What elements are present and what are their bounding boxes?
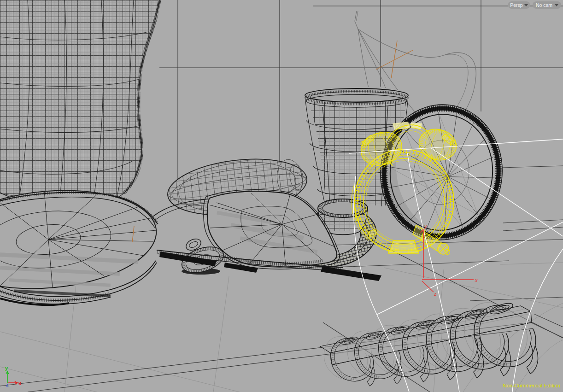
gizmo-y-label: y xyxy=(5,365,8,371)
viewport-header-controls: Persp No cam xyxy=(508,1,562,9)
view-selector-label: Persp xyxy=(510,2,523,8)
selected-curve-segments xyxy=(376,41,413,78)
workplane-x-label: x xyxy=(475,277,478,283)
non-commercial-watermark: Non-Commercial Edition xyxy=(503,383,560,388)
sunglasses-left-lens[interactable] xyxy=(0,182,160,305)
camera-selector-button[interactable]: No cam xyxy=(533,1,561,9)
camera-selector-label: No cam xyxy=(536,2,552,8)
workplane-z-label: z xyxy=(434,291,437,297)
view-selector-button[interactable]: Persp xyxy=(508,1,530,9)
gizmo-z-label: z xyxy=(6,382,9,387)
3d-viewport[interactable]: y x z y x z Persp No cam Non-Commercial … xyxy=(0,0,563,392)
clock-foot xyxy=(368,229,419,253)
gizmo-x-label: x xyxy=(18,380,22,386)
notebook-wireframe-object[interactable] xyxy=(0,296,563,392)
vase-wireframe-object[interactable] xyxy=(0,0,159,210)
origin-axis-gizmo: y x z xyxy=(5,365,22,387)
